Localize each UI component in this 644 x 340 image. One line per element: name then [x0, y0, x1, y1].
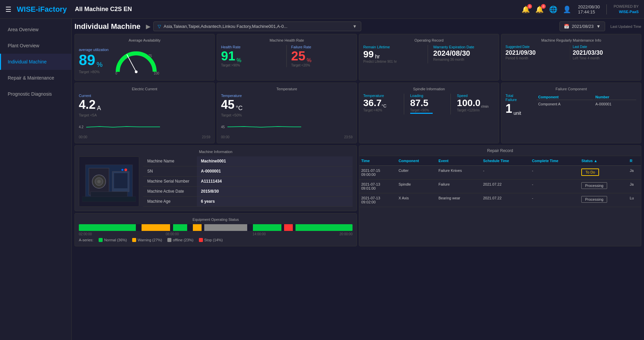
machine-info-row: Machine Active Date2015/8/30 [143, 186, 353, 196]
suggested-sub: Period 6 month [505, 56, 567, 60]
filter-bar[interactable]: ▽ Asia,Taiwan,Taipei,Advantech,Linkou Fa… [153, 21, 361, 31]
status-seg-warning-2 [193, 224, 202, 231]
remain-sub: Predict Lifetime 901 hr [363, 60, 425, 63]
repair-status[interactable]: To Do [579, 166, 628, 180]
health-value: 91 [221, 49, 235, 63]
repair-col-header: Component [396, 156, 436, 166]
failure-table: Component Number Component AA-000001 [536, 94, 637, 108]
sidebar-item-individual-machine[interactable]: Individual Machine [0, 54, 71, 70]
status-seg-normal-2 [173, 224, 187, 231]
repair-col-header: Time [359, 156, 396, 166]
status-todo-button[interactable]: To Do [581, 168, 599, 176]
cards-row-1: Average Availability average utilization… [74, 34, 641, 81]
repair-status[interactable]: Processing [579, 193, 628, 207]
repair-record-title: Repair Record [359, 146, 641, 156]
machine-info-row: SNA-0000001 [143, 166, 353, 176]
spindle-temp-target: Target <40% [363, 108, 401, 112]
health-unit: % [236, 57, 241, 63]
repair-time: 2021-07-13 09:02:00 [359, 193, 396, 207]
status-seg-offline [204, 224, 247, 231]
svg-line-0 [127, 54, 136, 72]
legend-dot [199, 238, 203, 242]
gauge-left: average utilization 89 % Target >80% [79, 48, 109, 74]
legend-label: Stop (14%) [204, 238, 223, 242]
health-split: Health Rate 91 % Target >90% Failure Rat… [221, 45, 353, 67]
repair-event: Failure [436, 180, 481, 193]
temp-time-labels: 00:00 23:59 [221, 135, 353, 139]
failure-component-card: Failure Component Total Failure 1 unit [501, 83, 641, 143]
failure-col-number: Number [594, 94, 636, 100]
last-sub: Left Time 4 month [573, 56, 635, 60]
datetime-display: 2022/08/30 17:44:15 [578, 4, 607, 14]
operating-record-card: Operating Record Remain Lifetime 99 hr P… [359, 34, 499, 81]
failure-component-title: Failure Component [505, 87, 637, 91]
selected-date: 2021/08/23 [572, 24, 594, 29]
app-title: All Machine C2S EN [75, 6, 522, 13]
remain-value: 99 [363, 49, 374, 60]
svg-text:0: 0 [115, 71, 117, 75]
repair-time: 2021-07-15 09:00:00 [359, 166, 396, 180]
avg-availability-title: Average Availability [79, 38, 210, 42]
sidebar: Area Overview Plant Overview Individual … [0, 19, 72, 340]
status-seg-normal-4 [296, 224, 353, 231]
machine-info-table: Machine NameMachine0001SNA-0000001Machin… [143, 156, 353, 207]
legend-label: Normal (36%) [104, 238, 127, 242]
machine-info-card: Machine Information [74, 145, 357, 211]
sidebar-item-prognostic-diagnosis[interactable]: Prognostic Diagnosis [0, 86, 71, 102]
failure-unit: % [307, 57, 311, 63]
status-processing-button[interactable]: Processing [581, 196, 607, 203]
suggested-label: Suggested Date [505, 45, 567, 49]
repair-schedule-time: - [481, 166, 530, 180]
machine-info-row: Machine Age6 years [143, 196, 353, 206]
repair-col-header: Event [436, 156, 481, 166]
user-icon[interactable]: 👤 [563, 5, 571, 13]
repair-event: Bearing wear [436, 193, 481, 207]
notification-bell-2[interactable]: 🔔 0 [535, 5, 544, 13]
maintenance-info-card: Machine Regularly Maintenance Info Sugge… [501, 34, 641, 81]
time-label: 20:00:00 [339, 232, 353, 236]
sidebar-item-area-overview[interactable]: Area Overview [0, 21, 71, 38]
gauge-svg: 0 100 75 [113, 45, 160, 76]
left-bottom: Machine Information [74, 145, 357, 246]
health-left: Health Rate 91 % Target >90% [221, 45, 287, 67]
legend-dot [99, 238, 103, 242]
maintenance-title: Machine Regularly Maintenance Info [505, 38, 637, 42]
current-time-labels: 00:00 23:59 [79, 135, 210, 139]
avg-target: Target >80% [79, 70, 109, 74]
spindle-info-card: Spindle Information Temperature 36.7 °C … [359, 83, 499, 143]
sidebar-item-repair-maintenance[interactable]: Repair & Maintenance [0, 70, 71, 86]
repair-col-header: Status ▲ [579, 156, 628, 166]
notification-bell-1[interactable]: 🔔 0 [522, 5, 530, 13]
spindle-speed-label: Speed [457, 94, 495, 98]
date-selector[interactable]: 📅 2021/08/23 ▼ [559, 21, 605, 31]
status-timeline [79, 224, 353, 231]
total-failure-label: Total Failure [505, 94, 521, 102]
menu-icon[interactable]: ☰ [5, 5, 11, 13]
repair-component: X Axis [396, 193, 436, 207]
maint-suggested-col: Suggested Date 2021/09/30 Period 6 month [505, 45, 570, 60]
warranty-label: Warranty Expiration Date [433, 45, 495, 49]
app-logo: WISE-iFactory [17, 5, 67, 14]
spindle-grid: Temperature 36.7 °C Target <40% Loading … [363, 94, 495, 114]
date-line1: 2022/08/30 [578, 4, 600, 9]
filter-icon: ▽ [158, 24, 161, 29]
status-bar-container: 02:00:0008:00:0014:00:0020:00:00 [79, 224, 353, 236]
spindle-loading-label: Loading [410, 94, 448, 98]
operating-record-title: Operating Record [363, 38, 495, 42]
failure-col-component: Component [537, 94, 593, 100]
spindle-temp-label: Temperature [363, 94, 401, 98]
machine-info-row: Machine Serial NumberA11111434 [143, 176, 353, 186]
page-arrow-icon: ▶ [146, 23, 151, 30]
repair-col-header: R [628, 156, 641, 166]
status-seg-warning [142, 224, 170, 231]
repair-status[interactable]: Processing [579, 180, 628, 193]
sidebar-item-plant-overview[interactable]: Plant Overview [0, 38, 71, 54]
status-processing-button[interactable]: Processing [581, 182, 607, 189]
avg-unit: % [97, 61, 103, 68]
repair-r: Ja [628, 166, 641, 180]
suggested-val: 2021/09/30 [505, 49, 567, 56]
globe-icon[interactable]: 🌐 [549, 5, 557, 13]
page-header: Individual Machine ▶ ▽ Asia,Taiwan,Taipe… [74, 21, 641, 31]
last-updated-label: Last Updated Time [610, 25, 641, 29]
temperature-title: Temperature [221, 87, 353, 91]
